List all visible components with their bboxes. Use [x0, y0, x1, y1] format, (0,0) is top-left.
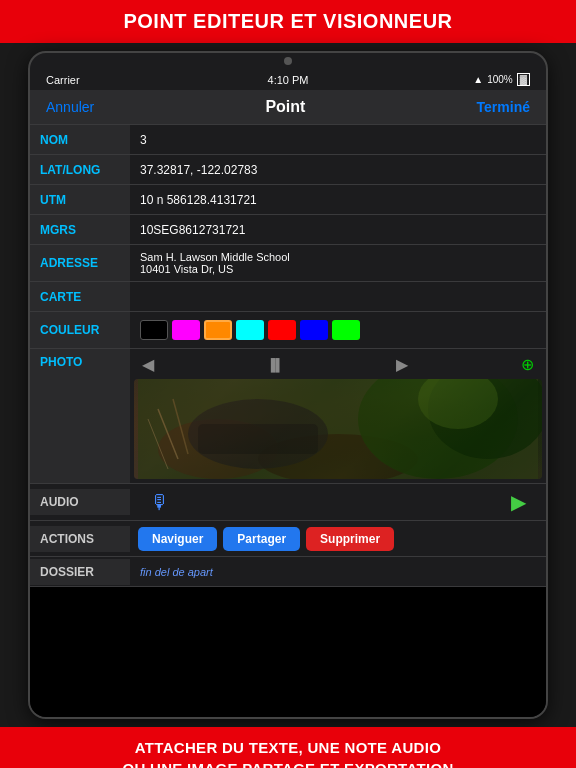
photo-add-icon[interactable]: ⊕ [521, 355, 534, 374]
cancel-button[interactable]: Annuler [46, 99, 94, 115]
photo-next-icon[interactable]: ▶ [396, 355, 408, 374]
status-bar: Carrier 4:10 PM ▲ 100% ▓ [30, 69, 546, 90]
color-swatches [140, 318, 360, 342]
adresse-row: ADRESSE Sam H. Lawson Middle School 1040… [30, 245, 546, 282]
photo-controls: ◀ ▐▌ ▶ ⊕ [134, 353, 542, 376]
nav-bar: Annuler Point Terminé [30, 90, 546, 125]
audio-play-icon[interactable]: ▶ [511, 490, 526, 514]
photo-row: PHOTO ◀ ▐▌ ▶ ⊕ [30, 349, 546, 484]
photo-page-icon: ▐▌ [267, 358, 284, 372]
carte-label: CARTE [30, 282, 130, 311]
wifi-icon: ▲ [473, 74, 483, 85]
carte-row: CARTE [30, 282, 546, 312]
dossier-value[interactable]: fin del de apart [130, 560, 546, 584]
dossier-label: DOSSIER [30, 559, 130, 585]
status-time: 4:10 PM [268, 74, 309, 86]
latlong-label: LAT/LONG [30, 155, 130, 184]
navigate-button[interactable]: Naviguer [138, 527, 217, 551]
swatch-orange[interactable] [204, 320, 232, 340]
audio-row: AUDIO 🎙 ▶ [30, 484, 546, 521]
actions-buttons: Naviguer Partager Supprimer [130, 523, 546, 555]
swatch-blue[interactable] [300, 320, 328, 340]
swatch-magenta[interactable] [172, 320, 200, 340]
swatch-green[interactable] [332, 320, 360, 340]
utm-value: 10 n 586128.4131721 [130, 185, 546, 214]
nav-title: Point [265, 98, 305, 116]
nom-label: NOM [30, 125, 130, 154]
swatch-cyan[interactable] [236, 320, 264, 340]
bottom-banner: ATTACHER DU TEXTE, UNE NOTE AUDIO OU UNE… [0, 727, 576, 768]
top-banner-text: POINT EDITEUR ET VISIONNEUR [8, 10, 568, 33]
tablet-body: Carrier 4:10 PM ▲ 100% ▓ Annuler Point T… [28, 51, 548, 719]
photo-image[interactable] [134, 379, 542, 479]
svg-rect-7 [198, 424, 318, 454]
couleur-label: COULEUR [30, 312, 130, 348]
couleur-value [130, 312, 546, 348]
audio-label: AUDIO [30, 489, 130, 515]
latlong-value: 37.32817, -122.02783 [130, 155, 546, 184]
status-bar-right: ▲ 100% ▓ [473, 73, 530, 86]
carrier-text: Carrier [46, 74, 80, 86]
bottom-banner-text: ATTACHER DU TEXTE, UNE NOTE AUDIO OU UNE… [8, 737, 568, 768]
audio-controls: 🎙 ▶ [130, 484, 546, 520]
black-fill-area [30, 587, 546, 717]
actions-label: ACTIONS [30, 526, 130, 552]
swatch-red[interactable] [268, 320, 296, 340]
battery-text: 100% [487, 74, 513, 85]
actions-row: ACTIONS Naviguer Partager Supprimer [30, 521, 546, 557]
adresse-label: ADRESSE [30, 245, 130, 281]
carte-value[interactable] [130, 282, 546, 311]
latlong-row: LAT/LONG 37.32817, -122.02783 [30, 155, 546, 185]
photo-content: ◀ ▐▌ ▶ ⊕ [130, 349, 546, 483]
mgrs-label: MGRS [30, 215, 130, 244]
adresse-line1: Sam H. Lawson Middle School [140, 251, 290, 263]
adresse-value: Sam H. Lawson Middle School 10401 Vista … [130, 245, 546, 281]
mgrs-value: 10SEG8612731721 [130, 215, 546, 244]
done-button[interactable]: Terminé [477, 99, 530, 115]
adresse-line2: 10401 Vista Dr, US [140, 263, 233, 275]
middle-section: Carrier 4:10 PM ▲ 100% ▓ Annuler Point T… [0, 43, 576, 727]
nom-row: NOM 3 [30, 125, 546, 155]
dossier-row: DOSSIER fin del de apart [30, 557, 546, 587]
delete-button[interactable]: Supprimer [306, 527, 394, 551]
nom-value[interactable]: 3 [130, 125, 546, 154]
photo-label: PHOTO [30, 349, 130, 483]
battery-icon: ▓ [517, 73, 530, 86]
top-banner: POINT EDITEUR ET VISIONNEUR [0, 0, 576, 43]
audio-record-icon[interactable]: 🎙 [150, 491, 170, 514]
utm-row: UTM 10 n 586128.4131721 [30, 185, 546, 215]
utm-label: UTM [30, 185, 130, 214]
couleur-row: COULEUR [30, 312, 546, 349]
share-button[interactable]: Partager [223, 527, 300, 551]
photo-prev-icon[interactable]: ◀ [142, 355, 154, 374]
mgrs-row: MGRS 10SEG8612731721 [30, 215, 546, 245]
app-container: POINT EDITEUR ET VISIONNEUR Carrier 4:10… [0, 0, 576, 768]
camera-dot [284, 57, 292, 65]
swatch-black[interactable] [140, 320, 168, 340]
